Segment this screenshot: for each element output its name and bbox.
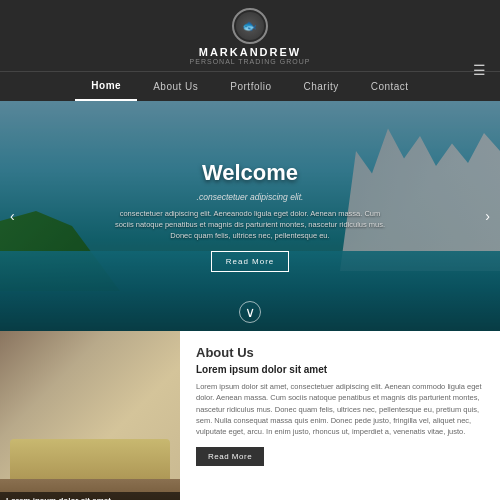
nav-item-about[interactable]: About Us — [137, 73, 214, 100]
hero-section: Welcome .consectetuer adipiscing elit. c… — [0, 101, 500, 331]
about-section: Lorem ipsum dolor sit amet About Us Lore… — [0, 331, 500, 500]
about-room — [0, 331, 180, 500]
hero-subtitle: .consectetuer adipiscing elit. — [197, 192, 304, 202]
header: 🐟 MARKANDREW Personal Trading Group Home… — [0, 0, 500, 101]
hero-arrow-left[interactable]: ‹ — [10, 208, 15, 224]
about-text: Lorem ipsum dolor sit amet, consectetuer… — [196, 381, 484, 437]
nav-item-charity[interactable]: Charity — [287, 73, 354, 100]
about-image-caption: Lorem ipsum dolor sit amet — [0, 492, 180, 500]
hero-read-more-button[interactable]: Read More — [211, 251, 290, 272]
about-read-more-button[interactable]: Read More — [196, 447, 264, 466]
logo-icon: 🐟 — [242, 19, 257, 33]
about-heading: About Us — [196, 345, 484, 360]
about-image: Lorem ipsum dolor sit amet — [0, 331, 180, 500]
hero-arrow-right[interactable]: › — [485, 208, 490, 224]
hamburger-icon[interactable]: ☰ — [473, 62, 486, 78]
nav-item-home[interactable]: Home — [75, 72, 137, 101]
brand-andrew: ANDREW — [240, 46, 302, 58]
hero-title: Welcome — [202, 160, 298, 186]
brand-name: MARKANDREW — [199, 46, 302, 58]
hero-text: consectetuer adipiscing elit. Aeneanodo … — [110, 208, 390, 242]
main-nav: Home About Us Portfolio Charity Contact … — [0, 71, 500, 101]
about-image-bg — [0, 331, 180, 500]
hero-scroll-down[interactable]: ∨ — [239, 301, 261, 323]
about-content: About Us Lorem ipsum dolor sit amet Lore… — [180, 331, 500, 500]
brand-subtitle: Personal Trading Group — [190, 58, 311, 65]
hero-content: Welcome .consectetuer adipiscing elit. c… — [0, 101, 500, 331]
about-subheading: Lorem ipsum dolor sit amet — [196, 364, 484, 375]
nav-item-portfolio[interactable]: Portfolio — [214, 73, 287, 100]
logo-area: 🐟 MARKANDREW Personal Trading Group — [190, 8, 311, 71]
nav-item-contact[interactable]: Contact — [355, 73, 425, 100]
logo-circle: 🐟 — [232, 8, 268, 44]
brand-mark: MARK — [199, 46, 240, 58]
logo-inner: 🐟 — [236, 12, 264, 40]
nav-items: Home About Us Portfolio Charity Contact — [75, 72, 424, 101]
